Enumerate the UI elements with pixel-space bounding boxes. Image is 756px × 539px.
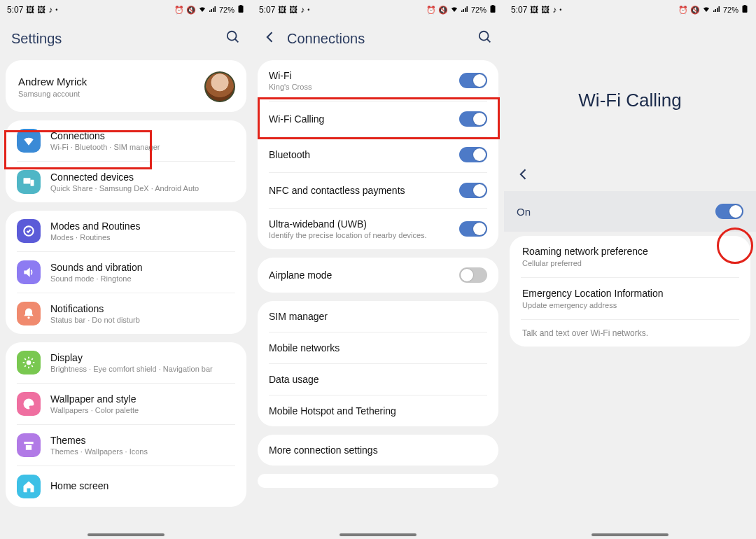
group-airplane: Airplane mode: [258, 258, 498, 293]
toggle[interactable]: [459, 221, 487, 237]
account-name: Andrew Myrick: [18, 76, 204, 88]
avatar[interactable]: [204, 71, 235, 102]
back-row: [504, 160, 756, 191]
screen-settings: 5:07 🖼 🖼 ♪ • ⏰ 🔇 72% Settings: [0, 0, 252, 539]
toggle[interactable]: [459, 183, 487, 198]
item-display[interactable]: DisplayBrightness · Eye comfort shield ·…: [6, 342, 246, 383]
wifi-icon: [702, 5, 710, 15]
status-bar: 5:07 🖼 🖼 ♪ • ⏰ 🔇 72%: [504, 0, 756, 20]
highlight-wifi-calling: [258, 97, 500, 139]
conn-sim-manager[interactable]: SIM manager: [258, 301, 498, 332]
conn-wi-fi[interactable]: Wi-FiKing's Cross: [258, 60, 498, 101]
sound-icon: [17, 260, 41, 284]
svg-rect-4: [24, 178, 31, 183]
battery-pct: 72%: [219, 6, 234, 14]
back-icon[interactable]: [263, 30, 287, 47]
conn-mobile-networks[interactable]: Mobile networks: [258, 332, 498, 363]
group-main-toggles: Wi-FiKing's CrossWi-Fi CallingBluetoothN…: [258, 60, 498, 249]
music-icon: ♪: [48, 5, 52, 15]
dot-icon: •: [559, 6, 561, 13]
conn-airplane-mode[interactable]: Airplane mode: [258, 258, 498, 293]
sun-icon: [17, 351, 41, 374]
music-icon: ♪: [552, 5, 556, 15]
page-title: Connections: [287, 31, 477, 47]
svg-point-2: [227, 31, 237, 41]
alarm-icon: ⏰: [174, 6, 184, 15]
search-icon[interactable]: [225, 29, 241, 48]
toggle[interactable]: [459, 147, 487, 162]
status-time: 5:07: [259, 5, 275, 15]
wifi-icon: [198, 5, 206, 15]
screen-connections: 5:07 🖼 🖼 ♪ • ⏰ 🔇 72% Connections Wi-FiKi…: [252, 0, 504, 539]
picture-icon: 🖼: [37, 5, 46, 15]
search-icon[interactable]: [477, 29, 493, 48]
picture-icon: 🖼: [26, 5, 34, 15]
row-emergency-location[interactable]: Emergency Location Information Update em…: [510, 278, 750, 319]
svg-rect-22: [744, 5, 746, 6]
group-more: More connection settings: [258, 435, 498, 465]
svg-rect-17: [491, 6, 496, 13]
conn-ultra-wideband-uwb-[interactable]: Ultra-wideband (UWB)Identify the precise…: [258, 209, 498, 249]
mute-icon: 🔇: [438, 6, 448, 15]
routines-icon: [17, 219, 41, 243]
highlight-toggle: [717, 227, 753, 264]
conn-mobile-hotspot-and-tethering[interactable]: Mobile Hotspot and Tethering: [258, 396, 498, 426]
alarm-icon: ⏰: [426, 6, 436, 15]
highlight-connections: [4, 130, 152, 169]
themes-icon: [17, 433, 41, 457]
item-home-screen[interactable]: Home screen: [6, 466, 246, 507]
note-text: Talk and text over Wi-Fi networks.: [510, 320, 750, 346]
svg-point-19: [479, 31, 489, 41]
mute-icon: 🔇: [186, 6, 196, 15]
item-notifications[interactable]: NotificationsStatus bar · Do not disturb: [6, 293, 246, 334]
item-modes-routines[interactable]: Modes and RoutinesModes · Routines: [6, 211, 246, 251]
gesture-bar[interactable]: [340, 533, 416, 536]
svg-rect-5: [31, 180, 34, 186]
master-toggle-row[interactable]: On: [504, 191, 756, 232]
home-icon: [17, 475, 41, 498]
signal-icon: [209, 5, 217, 15]
item-themes[interactable]: ThemesThemes · Wallpapers · Icons: [6, 425, 246, 465]
connections-header: Connections: [252, 20, 504, 56]
group-general: Modes and RoutinesModes · Routines Sound…: [6, 211, 246, 334]
toggle[interactable]: [459, 73, 487, 88]
settings-header: Settings: [0, 20, 252, 56]
conn-bluetooth[interactable]: Bluetooth: [258, 137, 498, 172]
svg-rect-0: [239, 6, 244, 13]
picture-icon: 🖼: [289, 5, 298, 15]
back-icon[interactable]: [517, 172, 540, 183]
signal-icon: [461, 5, 469, 15]
bell-icon: [17, 302, 41, 326]
master-toggle[interactable]: [715, 204, 743, 219]
dot-icon: •: [55, 6, 57, 13]
dot-icon: •: [307, 6, 309, 13]
account-row[interactable]: Andrew Myrick Samsung account: [6, 60, 246, 112]
picture-icon: 🖼: [541, 5, 550, 15]
item-sounds[interactable]: Sounds and vibrationSound mode · Rington…: [6, 252, 246, 293]
battery-pct: 72%: [471, 6, 486, 14]
mute-icon: 🔇: [690, 6, 700, 15]
group-display: DisplayBrightness · Eye comfort shield ·…: [6, 342, 246, 507]
svg-line-16: [24, 365, 26, 367]
conn-more-connection-settings[interactable]: More connection settings: [258, 435, 498, 465]
conn-nfc-and-contactless-payments[interactable]: NFC and contactless payments: [258, 173, 498, 208]
battery-icon: [489, 5, 497, 15]
group-extra: [258, 474, 498, 488]
svg-point-8: [27, 360, 31, 365]
svg-point-7: [27, 316, 29, 318]
conn-data-usage[interactable]: Data usage: [258, 364, 498, 395]
picture-icon: 🖼: [278, 5, 286, 15]
gesture-bar[interactable]: [592, 533, 668, 536]
gesture-bar[interactable]: [88, 533, 164, 536]
svg-rect-21: [743, 6, 748, 13]
row-roaming-pref[interactable]: Roaming network preference Cellular pref…: [510, 236, 750, 277]
picture-icon: 🖼: [530, 5, 538, 15]
page-title: Wi-Fi Calling: [504, 20, 756, 160]
screen-wifi-calling: 5:07 🖼 🖼 ♪ • ⏰ 🔇 72% Wi-Fi Calling On Ro…: [504, 0, 756, 539]
svg-line-20: [487, 39, 491, 43]
status-bar: 5:07 🖼 🖼 ♪ • ⏰ 🔇 72%: [252, 0, 504, 20]
toggle[interactable]: [459, 267, 487, 283]
item-wallpaper[interactable]: Wallpaper and styleWallpapers · Color pa…: [6, 384, 246, 424]
status-bar: 5:07 🖼 🖼 ♪ • ⏰ 🔇 72%: [0, 0, 252, 20]
signal-icon: [713, 5, 721, 15]
